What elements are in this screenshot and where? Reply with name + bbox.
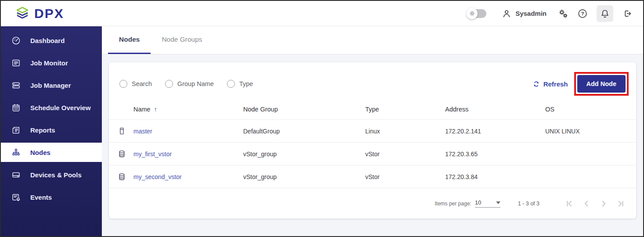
main-content: Nodes Node Groups Search Group Name T bbox=[102, 26, 643, 236]
sidebar-item-reports[interactable]: Reports bbox=[1, 120, 102, 140]
tab-nodes[interactable]: Nodes bbox=[108, 26, 151, 54]
user-menu[interactable]: Sysadmin bbox=[501, 8, 547, 19]
sidebar-item-label: Job Manager bbox=[30, 82, 71, 89]
dpx-layers-icon bbox=[15, 6, 30, 21]
sidebar-item-label: Dashboard bbox=[30, 37, 65, 44]
pagination-bar: Items per page: 10 1 - 3 of 3 bbox=[109, 188, 636, 219]
logout-icon[interactable] bbox=[622, 8, 633, 19]
cell-type: vStor bbox=[365, 173, 445, 180]
filter-group-name-label: Group Name bbox=[177, 80, 214, 87]
column-header-os[interactable]: OS bbox=[545, 106, 636, 113]
settings-gears-icon[interactable] bbox=[558, 8, 568, 19]
cell-address: 172.20.3.65 bbox=[445, 151, 545, 158]
sidebar-item-job-monitor[interactable]: Job Monitor bbox=[1, 53, 102, 72]
help-icon[interactable]: ? bbox=[577, 8, 588, 19]
column-header-name[interactable]: Name ↑ bbox=[133, 106, 243, 113]
sidebar-item-label: Events bbox=[30, 194, 52, 201]
filter-search-circle[interactable] bbox=[119, 80, 127, 88]
red-highlight-annotation: Add Node bbox=[574, 72, 629, 96]
cell-node-group: vStor_group bbox=[243, 173, 365, 180]
cell-os: UNIX LINUX bbox=[545, 128, 636, 135]
node-name-link[interactable]: my_second_vstor bbox=[133, 173, 243, 180]
filter-type-circle[interactable] bbox=[227, 80, 235, 88]
refresh-button[interactable]: Refresh bbox=[532, 80, 568, 88]
sidebar-item-devices-pools[interactable]: Devices & Pools bbox=[1, 165, 102, 184]
column-header-node-group[interactable]: Node Group bbox=[243, 106, 365, 113]
user-name: Sysadmin bbox=[515, 10, 547, 17]
server-icon bbox=[118, 127, 133, 135]
next-page-icon[interactable] bbox=[598, 198, 609, 209]
org-chart-icon bbox=[11, 148, 21, 157]
filter-group-name[interactable]: Group Name bbox=[165, 80, 214, 88]
stacked-rows-icon bbox=[11, 81, 21, 90]
table-row[interactable]: my_first_vstor vStor_group vStor 172.20.… bbox=[109, 142, 636, 165]
list-bell-icon bbox=[11, 193, 21, 202]
table-row[interactable]: my_second_vstor vStor_group vStor 172.20… bbox=[109, 165, 636, 188]
pagination-range: 1 - 3 of 3 bbox=[518, 201, 540, 207]
node-name-link[interactable]: my_first_vstor bbox=[133, 151, 243, 158]
cell-node-group: DefaultGroup bbox=[243, 128, 365, 135]
tab-node-groups[interactable]: Node Groups bbox=[151, 26, 213, 54]
items-per-page-select[interactable]: 10 bbox=[475, 199, 500, 208]
drive-icon bbox=[11, 170, 21, 180]
tab-bar: Nodes Node Groups bbox=[102, 26, 643, 54]
cell-address: 172.20.3.84 bbox=[445, 173, 545, 180]
filter-row: Search Group Name Type bbox=[119, 80, 253, 88]
previous-page-icon[interactable] bbox=[581, 198, 592, 209]
cell-type: Linux bbox=[365, 128, 445, 135]
last-page-icon[interactable] bbox=[615, 198, 626, 209]
cell-node-group: vStor_group bbox=[243, 151, 365, 158]
table-header: Name ↑ Node Group Type Address OS bbox=[109, 99, 636, 119]
filter-type-label: Type bbox=[239, 80, 253, 87]
list-panel-icon bbox=[11, 58, 21, 68]
add-node-button[interactable]: Add Node bbox=[577, 75, 626, 93]
sidebar-item-label: Job Monitor bbox=[30, 59, 68, 67]
sidebar-item-nodes[interactable]: Nodes bbox=[1, 143, 102, 162]
newspaper-icon bbox=[11, 126, 21, 135]
dark-mode-toggle[interactable] bbox=[469, 9, 486, 18]
calendar-icon bbox=[11, 103, 21, 112]
items-per-page-value: 10 bbox=[475, 199, 481, 206]
header-actions: Sysadmin ? bbox=[469, 5, 633, 22]
sidebar-item-label: Reports bbox=[30, 126, 55, 134]
brand-name: DPX bbox=[34, 6, 64, 21]
dpx-logo: DPX bbox=[15, 6, 64, 21]
column-header-address[interactable]: Address bbox=[445, 106, 545, 113]
filter-search-label: Search bbox=[132, 80, 152, 87]
svg-text:?: ? bbox=[581, 11, 584, 16]
filter-group-name-circle[interactable] bbox=[165, 80, 173, 88]
filter-search[interactable]: Search bbox=[119, 80, 152, 88]
gauge-icon bbox=[11, 36, 21, 45]
toolbar-actions: Refresh Add Node bbox=[532, 72, 629, 96]
database-icon bbox=[118, 150, 133, 158]
column-header-type[interactable]: Type bbox=[365, 106, 445, 113]
refresh-icon bbox=[532, 80, 540, 88]
sidebar-item-job-manager[interactable]: Job Manager bbox=[1, 75, 102, 95]
sidebar-item-label: Devices & Pools bbox=[30, 171, 82, 179]
user-icon bbox=[501, 8, 512, 19]
app-window: DPX bbox=[0, 0, 644, 237]
sidebar-item-schedule-overview[interactable]: Schedule Overview bbox=[1, 98, 102, 117]
notifications-bell-icon[interactable] bbox=[597, 5, 613, 22]
cell-type: vStor bbox=[365, 151, 445, 158]
sidebar-item-label: Schedule Overview bbox=[30, 104, 91, 111]
top-header: DPX bbox=[1, 1, 643, 26]
refresh-label: Refresh bbox=[543, 80, 568, 88]
chevron-down-icon bbox=[496, 201, 500, 204]
sidebar-nav: Dashboard Job Monitor Job Manager bbox=[1, 26, 102, 236]
sort-asc-icon[interactable]: ↑ bbox=[154, 106, 157, 113]
nodes-card: Search Group Name Type bbox=[109, 62, 636, 219]
node-name-link[interactable]: master bbox=[133, 128, 243, 135]
sidebar-item-events[interactable]: Events bbox=[1, 187, 102, 207]
filter-type[interactable]: Type bbox=[227, 80, 253, 88]
first-page-icon[interactable] bbox=[564, 198, 575, 209]
database-icon bbox=[118, 172, 133, 181]
sidebar-item-dashboard[interactable]: Dashboard bbox=[1, 31, 102, 50]
cell-address: 172.20.2.141 bbox=[445, 128, 545, 135]
sidebar-item-label: Nodes bbox=[30, 149, 50, 156]
card-toolbar: Search Group Name Type bbox=[109, 62, 636, 99]
gear-toggle-thumb bbox=[466, 8, 478, 19]
items-per-page-label: Items per page: bbox=[435, 201, 471, 207]
table-row[interactable]: master DefaultGroup Linux 172.20.2.141 U… bbox=[109, 119, 636, 142]
